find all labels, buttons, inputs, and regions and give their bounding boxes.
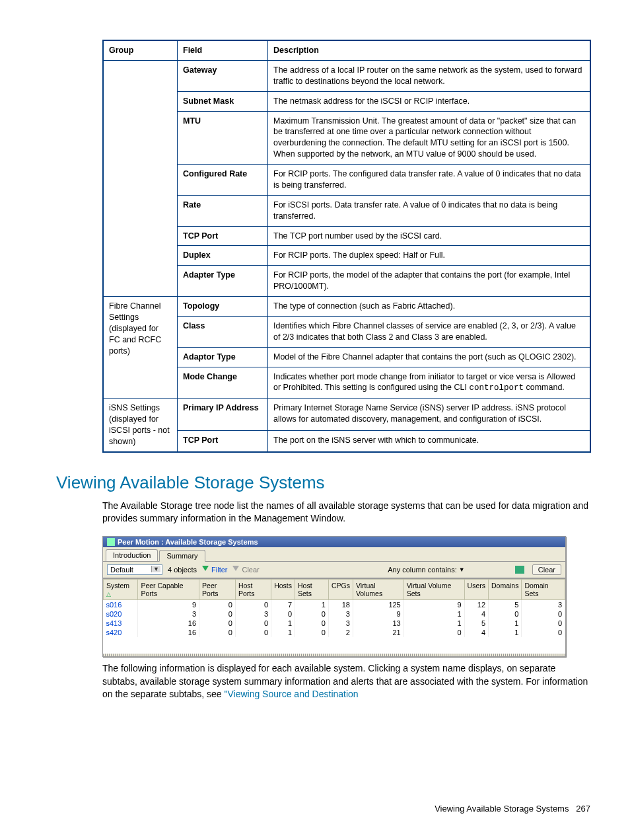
desc-cell: For RCIP ports, the model of the adapter… xyxy=(268,266,591,297)
desc-cell: Identifies which Fibre Channel classes o… xyxy=(268,316,591,347)
data-cell: 1 xyxy=(295,599,329,609)
intro-paragraph: The Available Storage tree node list the… xyxy=(102,500,591,525)
col-host-sets[interactable]: Host Sets xyxy=(295,579,329,599)
xref-link[interactable]: "Viewing Source and Destination xyxy=(224,689,358,699)
data-cell: 0 xyxy=(271,609,295,619)
col-cpgs[interactable]: CPGs xyxy=(328,579,353,599)
th-description: Description xyxy=(268,40,591,60)
system-link[interactable]: s020 xyxy=(104,609,138,619)
col-domain-sets[interactable]: Domain Sets xyxy=(522,579,565,599)
data-cell: 1 xyxy=(271,628,295,637)
col-virtual-volume-sets[interactable]: Virtual Volume Sets xyxy=(403,579,464,599)
desc-cell: For RCIP ports. The duplex speed: Half o… xyxy=(268,246,591,266)
data-cell: 3 xyxy=(328,619,353,628)
desc-cell: For RCIP ports. The configured data tran… xyxy=(268,165,591,196)
data-cell: 9 xyxy=(138,599,199,609)
data-cell: 125 xyxy=(353,599,403,609)
field-cell: Mode Change xyxy=(178,367,268,399)
table-row: s4131600103131510 xyxy=(104,619,565,628)
resize-handle[interactable] xyxy=(103,654,565,656)
data-cell: 0 xyxy=(199,628,236,637)
data-cell: 0 xyxy=(522,609,565,619)
data-cell: 12 xyxy=(464,599,488,609)
table-row: s016900711812591253 xyxy=(104,599,565,609)
desc-cell: Indicates whether port mode change from … xyxy=(268,367,591,399)
tab-summary[interactable]: Summary xyxy=(159,550,205,562)
data-cell: 3 xyxy=(522,599,565,609)
objects-count: 4 objects xyxy=(168,566,197,574)
filter-link[interactable]: Filter xyxy=(202,566,227,574)
column-contains-dropdown[interactable]: Any column contains: ▼ xyxy=(388,566,464,574)
field-cell: TCP Port xyxy=(178,226,268,246)
clear-filter-icon xyxy=(232,566,240,572)
data-cell: 13 xyxy=(353,619,403,628)
data-cell: 0 xyxy=(295,619,329,628)
tab-introduction[interactable]: Introduction xyxy=(106,549,158,561)
col-peer-ports[interactable]: Peer Ports xyxy=(199,579,236,599)
col-host-ports[interactable]: Host Ports xyxy=(235,579,271,599)
window-titlebar: Peer Motion : Available Storage Systems xyxy=(103,537,565,547)
data-cell: 16 xyxy=(138,628,199,637)
section-heading: Viewing Available Storage Systems xyxy=(56,473,590,493)
col-users[interactable]: Users xyxy=(464,579,488,599)
data-cell: 21 xyxy=(353,628,403,637)
col-peer-capable-ports[interactable]: Peer Capable Ports xyxy=(138,579,199,599)
filter-dropdown[interactable]: Default xyxy=(107,564,162,575)
field-cell: Topology xyxy=(178,297,268,317)
page-footer: Viewing Available Storage Systems 267 xyxy=(435,804,590,814)
clear-link[interactable]: Clear xyxy=(232,566,259,574)
print-icon[interactable] xyxy=(515,566,524,574)
data-cell: 9 xyxy=(353,609,403,619)
field-cell: Adaptor Type xyxy=(178,347,268,367)
data-cell: 0 xyxy=(235,619,271,628)
available-storage-window: Peer Motion : Available Storage Systems … xyxy=(102,536,566,657)
data-cell: 1 xyxy=(271,619,295,628)
desc-cell: The port on the iSNS server with which t… xyxy=(268,431,591,452)
col-hosts[interactable]: Hosts xyxy=(271,579,295,599)
data-cell: 0 xyxy=(295,628,329,637)
data-cell: 1 xyxy=(403,619,464,628)
desc-cell: For iSCSI ports. Data transfer rate. A v… xyxy=(268,195,591,226)
field-cell: TCP Port xyxy=(178,431,268,452)
data-cell: 3 xyxy=(328,609,353,619)
desc-cell: Maximum Transmission Unit. The greatest … xyxy=(268,111,591,165)
data-cell: 0 xyxy=(199,619,236,628)
field-cell: Class xyxy=(178,316,268,347)
tab-strip: Introduction Summary xyxy=(103,547,565,562)
desc-cell: The type of connection (such as Fabric A… xyxy=(268,297,591,317)
chevron-down-icon: ▼ xyxy=(459,566,465,573)
data-cell: 0 xyxy=(235,628,271,637)
window-icon xyxy=(107,538,115,546)
field-cell: Gateway xyxy=(178,60,268,91)
data-cell: 0 xyxy=(199,609,236,619)
th-group: Group xyxy=(103,40,178,60)
sort-asc-icon: △ xyxy=(106,591,111,597)
data-cell: 1 xyxy=(403,609,464,619)
data-cell: 0 xyxy=(235,599,271,609)
data-cell: 16 xyxy=(138,619,199,628)
data-cell: 5 xyxy=(489,599,522,609)
data-cell: 2 xyxy=(328,628,353,637)
data-cell: 0 xyxy=(522,619,565,628)
data-cell: 0 xyxy=(489,609,522,619)
data-cell: 1 xyxy=(489,628,522,637)
data-cell: 0 xyxy=(403,628,464,637)
system-link[interactable]: s420 xyxy=(104,628,138,637)
data-cell: 4 xyxy=(464,628,488,637)
data-cell: 4 xyxy=(464,609,488,619)
col-virtual-volumes[interactable]: Virtual Volumes xyxy=(353,579,403,599)
field-cell: Subnet Mask xyxy=(178,91,268,111)
system-link[interactable]: s413 xyxy=(104,619,138,628)
field-cell: Adapter Type xyxy=(178,266,268,297)
table-row: s02030300391400 xyxy=(104,609,565,619)
toolbar: Default 4 objects Filter Clear Any colum… xyxy=(103,562,565,578)
col-domains[interactable]: Domains xyxy=(489,579,522,599)
clear-button[interactable]: Clear xyxy=(532,564,561,575)
data-cell: 7 xyxy=(271,599,295,609)
filter-icon xyxy=(202,566,210,572)
data-cell: 0 xyxy=(295,609,329,619)
table-row: s4201600102210410 xyxy=(104,628,565,637)
col-system[interactable]: System △ xyxy=(104,579,138,599)
system-link[interactable]: s016 xyxy=(104,599,138,609)
desc-cell: Model of the Fibre Channel adapter that … xyxy=(268,347,591,367)
